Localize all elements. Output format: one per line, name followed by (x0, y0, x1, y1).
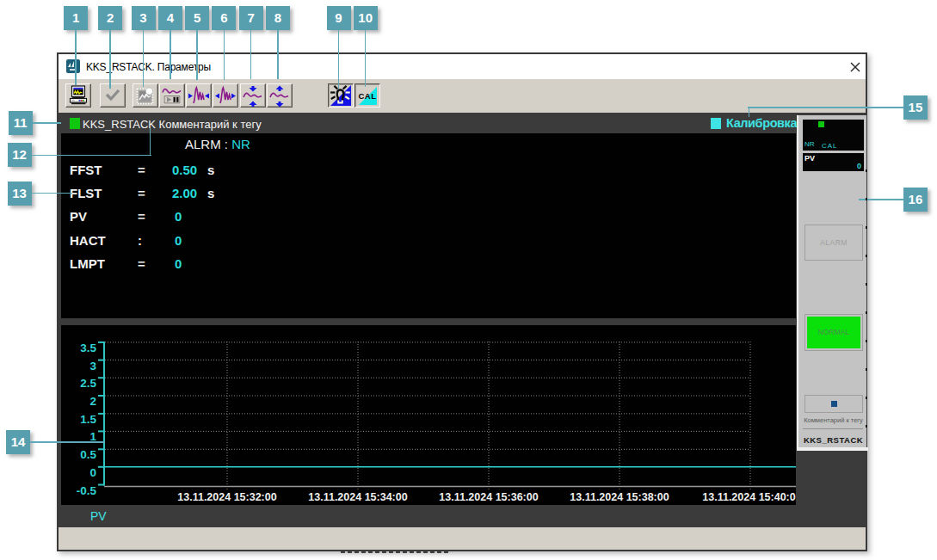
svg-text:-0.5: -0.5 (77, 484, 97, 497)
svg-text:3: 3 (89, 360, 96, 372)
svg-text:13.11.2024 15:36:00: 13.11.2024 15:36:00 (439, 491, 538, 503)
svg-text:CAL: CAL (358, 91, 376, 101)
svg-text:0: 0 (89, 466, 96, 479)
svg-text:1.5: 1.5 (80, 413, 96, 426)
svg-text:3.5: 3.5 (80, 342, 96, 354)
svg-text:13.11.2024 15:32:00: 13.11.2024 15:32:00 (177, 491, 276, 503)
svg-text:0.5: 0.5 (80, 448, 96, 461)
svg-text:2.5: 2.5 (80, 377, 96, 390)
svg-text:2: 2 (89, 395, 96, 408)
svg-text:13.11.2024 15:40:00: 13.11.2024 15:40:00 (702, 491, 796, 503)
svg-text:13.11.2024 15:34:00: 13.11.2024 15:34:00 (308, 491, 407, 503)
svg-text:13.11.2024 15:38:00: 13.11.2024 15:38:00 (570, 491, 669, 503)
